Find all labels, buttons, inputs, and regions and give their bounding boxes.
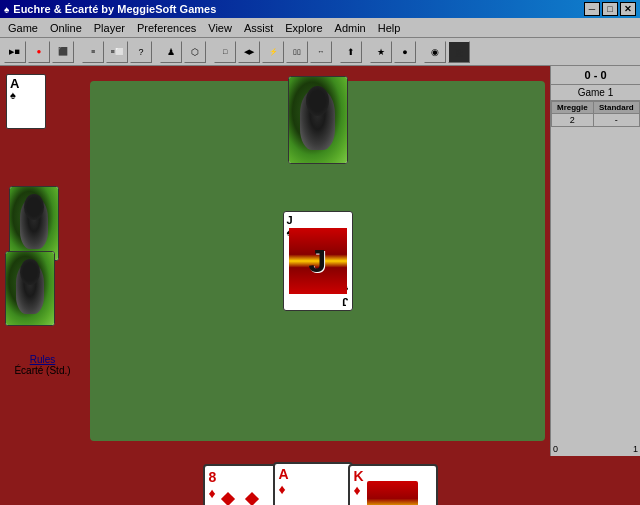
score-mreggie-1: 2: [552, 114, 594, 127]
col-standard: Standard: [593, 102, 639, 114]
menu-view[interactable]: View: [202, 20, 238, 36]
toolbar-btn-2[interactable]: ●: [28, 41, 50, 63]
toolbar-btn-12[interactable]: ▯▯: [286, 41, 308, 63]
score-display: 0 - 0: [551, 66, 640, 85]
score-totals: 0 1: [551, 442, 640, 456]
maximize-button[interactable]: □: [602, 2, 618, 16]
menu-player[interactable]: Player: [88, 20, 131, 36]
toolbar-btn-7[interactable]: ♟: [160, 41, 182, 63]
menu-admin[interactable]: Admin: [329, 20, 372, 36]
rules-label[interactable]: Rules Écarté (Std.): [0, 354, 85, 376]
toolbar-btn-1[interactable]: ▶⏹: [4, 41, 26, 63]
menu-assist[interactable]: Assist: [238, 20, 279, 36]
left-opponent-cards: [5, 186, 60, 336]
toolbar: ▶⏹ ● ⬛ ≡ ≡⬜ ? ♟ ⬡ □ ◀▶ ⚡ ▯▯ ↔ ⬆ ★ ● ◉ ▦: [0, 38, 640, 66]
toolbar-btn-17[interactable]: ◉: [424, 41, 446, 63]
ace-suit: ♠: [10, 90, 16, 101]
card-8-diamonds[interactable]: 8♦ 8♦: [203, 464, 278, 506]
toolbar-btn-18[interactable]: ▦: [448, 41, 470, 63]
toolbar-btn-14[interactable]: ⬆: [340, 41, 362, 63]
titlebar-left: ♠ Euchre & Écarté by MeggieSoft Games: [4, 3, 216, 15]
toolbar-btn-9[interactable]: □: [214, 41, 236, 63]
toolbar-btn-13[interactable]: ↔: [310, 41, 332, 63]
toolbar-btn-4[interactable]: ≡: [82, 41, 104, 63]
score-table: Mreggie Standard 2 -: [551, 101, 640, 127]
app-icon: ♠: [4, 4, 9, 15]
titlebar: ♠ Euchre & Écarté by MeggieSoft Games ─ …: [0, 0, 640, 18]
ecarte-label: Écarté (Std.): [0, 365, 85, 376]
top-card: [288, 76, 348, 164]
center-card-jack[interactable]: J♠ J♠ J: [283, 211, 353, 311]
menubar: Game Online Player Preferences View Assi…: [0, 18, 640, 38]
toolbar-btn-3[interactable]: ⬛: [52, 41, 74, 63]
toolbar-btn-10[interactable]: ◀▶: [238, 41, 260, 63]
close-button[interactable]: ✕: [620, 2, 636, 16]
left-panel: A ♠ Rules Écarté (Std.): [0, 66, 85, 456]
score-standard-1: -: [593, 114, 639, 127]
menu-game[interactable]: Game: [2, 20, 44, 36]
game-area: A ♠ Rules Écarté (Std.): [0, 66, 640, 456]
menu-online[interactable]: Online: [44, 20, 88, 36]
game-label: Game 1: [551, 85, 640, 101]
toolbar-btn-15[interactable]: ★: [370, 41, 392, 63]
app-title: Euchre & Écarté by MeggieSoft Games: [13, 3, 216, 15]
center-table: J♠ J♠ J: [90, 81, 545, 441]
score-zero: 0: [553, 444, 558, 454]
toolbar-btn-6[interactable]: ?: [130, 41, 152, 63]
player-hand-area: 8♦ 8♦ A♦ A♦ ♦ K♦ K♦ K: [0, 456, 640, 505]
ace-of-spades: A ♠: [6, 74, 46, 129]
toolbar-btn-5[interactable]: ≡⬜: [106, 41, 128, 63]
menu-preferences[interactable]: Preferences: [131, 20, 202, 36]
toolbar-btn-11[interactable]: ⚡: [262, 41, 284, 63]
menu-explore[interactable]: Explore: [279, 20, 328, 36]
trump-indicator: A ♠: [6, 74, 46, 129]
score-right: 1: [633, 444, 638, 454]
titlebar-controls: ─ □ ✕: [584, 2, 636, 16]
score-panel: 0 - 0 Game 1 Mreggie Standard 2 - 0 1: [550, 66, 640, 456]
hand-cards: 8♦ 8♦ A♦ A♦ ♦ K♦ K♦ K: [203, 462, 438, 505]
card-king-diamonds[interactable]: K♦ K♦ K: [348, 464, 438, 506]
minimize-button[interactable]: ─: [584, 2, 600, 16]
menu-help[interactable]: Help: [372, 20, 407, 36]
col-mreggie: Mreggie: [552, 102, 594, 114]
card-ace-diamonds[interactable]: A♦ A♦ ♦: [273, 462, 353, 505]
toolbar-btn-16[interactable]: ●: [394, 41, 416, 63]
toolbar-btn-8[interactable]: ⬡: [184, 41, 206, 63]
